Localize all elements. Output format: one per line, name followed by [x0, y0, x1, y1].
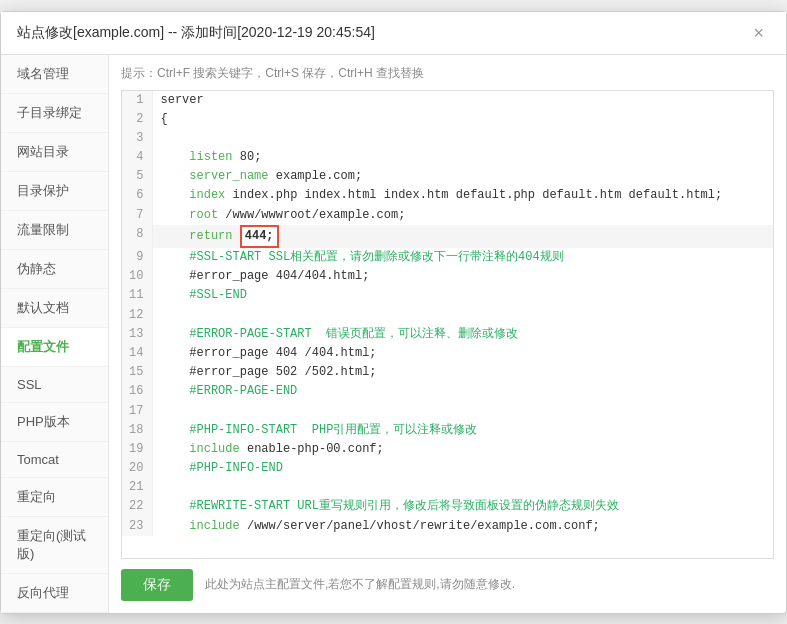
- line-number: 22: [122, 497, 152, 516]
- code-line-22: 22 #REWRITE-START URL重写规则引用，修改后将导致面板设置的伪…: [122, 497, 773, 516]
- line-number: 16: [122, 382, 152, 401]
- line-number: 17: [122, 402, 152, 421]
- sidebar-item-config[interactable]: 配置文件: [1, 328, 108, 367]
- code-line-7: 7 root /www/wwwroot/example.com;: [122, 206, 773, 225]
- code-line-9: 9 #SSL-START SSL相关配置，请勿删除或修改下一行带注释的404规则: [122, 248, 773, 267]
- save-button[interactable]: 保存: [121, 569, 193, 601]
- close-button[interactable]: ×: [747, 22, 770, 44]
- sidebar-item-ssl[interactable]: SSL: [1, 367, 108, 403]
- code-table: 1server2{34 listen 80;5 server_name exam…: [122, 91, 773, 536]
- line-content: [152, 402, 773, 421]
- line-number: 14: [122, 344, 152, 363]
- line-number: 7: [122, 206, 152, 225]
- sidebar-item-default-doc[interactable]: 默认文档: [1, 289, 108, 328]
- line-number: 2: [122, 110, 152, 129]
- code-line-18: 18 #PHP-INFO-START PHP引用配置，可以注释或修改: [122, 421, 773, 440]
- code-line-11: 11 #SSL-END: [122, 286, 773, 305]
- line-content: include enable-php-00.conf;: [152, 440, 773, 459]
- sidebar-item-tomcat[interactable]: Tomcat: [1, 442, 108, 478]
- sidebar-item-traffic[interactable]: 流量限制: [1, 211, 108, 250]
- main-content: 提示：Ctrl+F 搜索关键字，Ctrl+S 保存，Ctrl+H 查找替换 1s…: [109, 55, 786, 613]
- line-number: 9: [122, 248, 152, 267]
- code-line-19: 19 include enable-php-00.conf;: [122, 440, 773, 459]
- code-line-6: 6 index index.php index.html index.htm d…: [122, 186, 773, 205]
- line-content: {: [152, 110, 773, 129]
- line-number: 8: [122, 225, 152, 248]
- line-content: #REWRITE-START URL重写规则引用，修改后将导致面板设置的伪静态规…: [152, 497, 773, 516]
- code-line-3: 3: [122, 129, 773, 148]
- line-number: 11: [122, 286, 152, 305]
- sidebar-item-redirect[interactable]: 重定向: [1, 478, 108, 517]
- line-content: return 444;: [152, 225, 773, 248]
- line-content: [152, 129, 773, 148]
- sidebar-item-sitedir[interactable]: 网站目录: [1, 133, 108, 172]
- dialog-title: 站点修改[example.com] -- 添加时间[2020-12-19 20:…: [17, 24, 375, 42]
- line-content: listen 80;: [152, 148, 773, 167]
- line-content: #ERROR-PAGE-START 错误页配置，可以注释、删除或修改: [152, 325, 773, 344]
- sidebar-item-domain[interactable]: 域名管理: [1, 55, 108, 94]
- line-content: [152, 306, 773, 325]
- sidebar-item-reverse-proxy[interactable]: 反向代理: [1, 574, 108, 613]
- sidebar: 域名管理子目录绑定网站目录目录保护流量限制伪静态默认文档配置文件SSLPHP版本…: [1, 55, 109, 613]
- code-line-21: 21: [122, 478, 773, 497]
- line-content: #error_page 404/404.html;: [152, 267, 773, 286]
- line-number: 10: [122, 267, 152, 286]
- code-line-10: 10 #error_page 404/404.html;: [122, 267, 773, 286]
- line-content: #error_page 404 /404.html;: [152, 344, 773, 363]
- sidebar-item-dirprotect[interactable]: 目录保护: [1, 172, 108, 211]
- line-number: 18: [122, 421, 152, 440]
- code-line-20: 20 #PHP-INFO-END: [122, 459, 773, 478]
- line-number: 13: [122, 325, 152, 344]
- code-line-13: 13 #ERROR-PAGE-START 错误页配置，可以注释、删除或修改: [122, 325, 773, 344]
- dialog-body: 域名管理子目录绑定网站目录目录保护流量限制伪静态默认文档配置文件SSLPHP版本…: [1, 55, 786, 613]
- line-number: 21: [122, 478, 152, 497]
- code-line-17: 17: [122, 402, 773, 421]
- line-content: include /www/server/panel/vhost/rewrite/…: [152, 517, 773, 536]
- line-number: 5: [122, 167, 152, 186]
- line-content: #PHP-INFO-END: [152, 459, 773, 478]
- code-line-16: 16 #ERROR-PAGE-END: [122, 382, 773, 401]
- code-line-4: 4 listen 80;: [122, 148, 773, 167]
- line-content: #SSL-END: [152, 286, 773, 305]
- code-line-23: 23 include /www/server/panel/vhost/rewri…: [122, 517, 773, 536]
- code-line-12: 12: [122, 306, 773, 325]
- code-area[interactable]: 1server2{34 listen 80;5 server_name exam…: [122, 91, 773, 558]
- hint-bar: 提示：Ctrl+F 搜索关键字，Ctrl+S 保存，Ctrl+H 查找替换: [121, 63, 774, 84]
- code-line-2: 2{: [122, 110, 773, 129]
- line-number: 12: [122, 306, 152, 325]
- line-number: 23: [122, 517, 152, 536]
- line-number: 4: [122, 148, 152, 167]
- line-content: root /www/wwwroot/example.com;: [152, 206, 773, 225]
- line-content: index index.php index.html index.htm def…: [152, 186, 773, 205]
- line-content: #PHP-INFO-START PHP引用配置，可以注释或修改: [152, 421, 773, 440]
- code-line-8: 8 return 444;: [122, 225, 773, 248]
- sidebar-item-redirect-test[interactable]: 重定向(测试版): [1, 517, 108, 574]
- line-content: server: [152, 91, 773, 110]
- code-line-1: 1server: [122, 91, 773, 110]
- dialog-header: 站点修改[example.com] -- 添加时间[2020-12-19 20:…: [1, 12, 786, 55]
- line-number: 3: [122, 129, 152, 148]
- sidebar-item-php-version[interactable]: PHP版本: [1, 403, 108, 442]
- sidebar-item-fake-static[interactable]: 伪静态: [1, 250, 108, 289]
- line-number: 19: [122, 440, 152, 459]
- code-line-15: 15 #error_page 502 /502.html;: [122, 363, 773, 382]
- save-row: 保存 此处为站点主配置文件,若您不了解配置规则,请勿随意修改.: [121, 569, 774, 601]
- line-content: #SSL-START SSL相关配置，请勿删除或修改下一行带注释的404规则: [152, 248, 773, 267]
- code-line-5: 5 server_name example.com;: [122, 167, 773, 186]
- code-line-14: 14 #error_page 404 /404.html;: [122, 344, 773, 363]
- line-content: server_name example.com;: [152, 167, 773, 186]
- line-number: 6: [122, 186, 152, 205]
- line-content: #ERROR-PAGE-END: [152, 382, 773, 401]
- line-number: 1: [122, 91, 152, 110]
- line-content: #error_page 502 /502.html;: [152, 363, 773, 382]
- editor-container: 1server2{34 listen 80;5 server_name exam…: [121, 90, 774, 559]
- sidebar-item-subdir[interactable]: 子目录绑定: [1, 94, 108, 133]
- line-number: 15: [122, 363, 152, 382]
- save-note: 此处为站点主配置文件,若您不了解配置规则,请勿随意修改.: [205, 576, 515, 593]
- line-number: 20: [122, 459, 152, 478]
- line-content: [152, 478, 773, 497]
- main-dialog: 站点修改[example.com] -- 添加时间[2020-12-19 20:…: [0, 11, 787, 614]
